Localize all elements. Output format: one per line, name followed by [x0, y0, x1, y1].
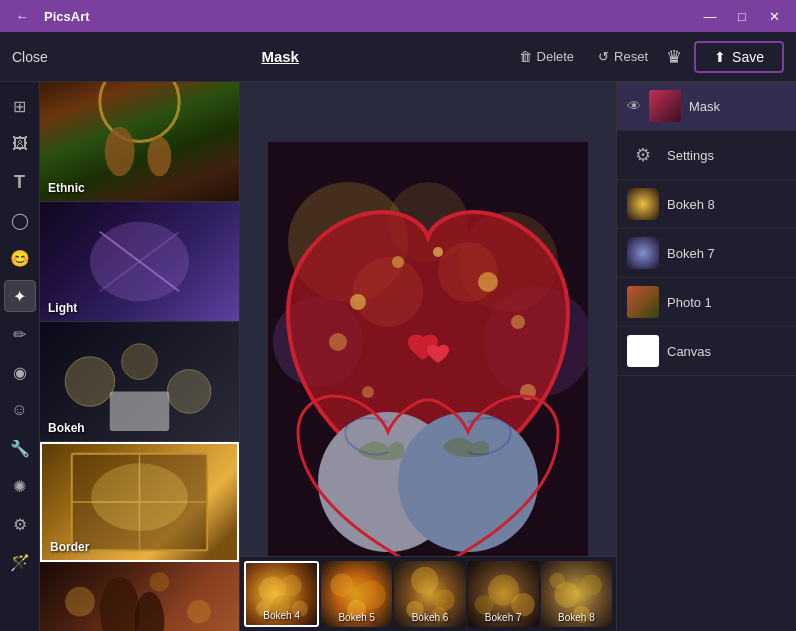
svg-point-14 — [100, 577, 140, 631]
gear-icon: ⚙ — [627, 139, 659, 171]
layer-item-bokeh8[interactable]: Bokeh 8 — [617, 180, 796, 229]
svg-point-15 — [135, 592, 165, 631]
toolbar: Close Mask 🗑 Delete ↺ Reset ♛ ⬆ Save — [0, 32, 796, 82]
left-panel: Ethnic Light — [40, 82, 240, 631]
layer-item-photo1[interactable]: Photo 1 — [617, 278, 796, 327]
title-bar-left: ← PicsArt — [8, 6, 90, 26]
svg-point-17 — [187, 600, 211, 624]
svg-point-55 — [549, 573, 565, 589]
list-item-label: Bokeh — [48, 421, 85, 435]
back-button[interactable]: ← — [8, 6, 36, 26]
svg-rect-9 — [110, 391, 170, 431]
svg-point-1 — [105, 127, 135, 177]
canvas-area: Bokeh 4 Bokeh 5 Bokeh 6 — [240, 82, 616, 631]
layer-name-bokeh7: Bokeh 7 — [667, 246, 786, 261]
svg-point-30 — [511, 315, 525, 329]
trash-icon: 🗑 — [519, 49, 532, 64]
bottom-strip: Bokeh 4 Bokeh 5 Bokeh 6 — [240, 556, 616, 631]
crown-icon: ♛ — [666, 46, 682, 68]
layer-thumbnail-bokeh8 — [627, 188, 659, 220]
svg-point-18 — [149, 572, 169, 592]
layer-item-mask[interactable]: 👁 Mask — [617, 82, 796, 131]
sidebar-icon-text[interactable]: T — [4, 166, 36, 198]
toolbar-actions: 🗑 Delete ↺ Reset ♛ ⬆ Save — [513, 41, 784, 73]
sidebar-icon-wand[interactable]: 🪄 — [4, 546, 36, 578]
svg-point-38 — [280, 575, 302, 597]
list-item[interactable]: Border — [40, 442, 239, 562]
window-controls: — □ ✕ — [696, 6, 788, 26]
svg-point-27 — [350, 294, 366, 310]
sidebar-icon-grid[interactable]: ⊞ — [4, 90, 36, 122]
sidebar-icon-tools[interactable]: 🔧 — [4, 432, 36, 464]
sidebar-icon-sparkle[interactable]: ✺ — [4, 470, 36, 502]
layer-name-photo1: Photo 1 — [667, 295, 786, 310]
strip-thumb-bokeh5[interactable]: Bokeh 5 — [321, 561, 392, 627]
layer-name-settings: Settings — [667, 148, 786, 163]
sidebar-icon-face[interactable]: ☺ — [4, 394, 36, 426]
strip-thumb-bokeh4[interactable]: Bokeh 4 — [244, 561, 319, 627]
strip-thumb-label: Bokeh 6 — [394, 612, 465, 623]
share-icon: ⬆ — [714, 49, 726, 65]
main-content: ⊞ 🖼 T ◯ 😊 ✦ ✏ ◉ ☺ 🔧 ✺ ⚙ 🪄 Ethnic — [0, 82, 796, 631]
svg-point-7 — [122, 344, 158, 380]
sidebar-icon-sticker[interactable]: 😊 — [4, 242, 36, 274]
layer-thumbnail-photo1 — [627, 286, 659, 318]
svg-point-28 — [392, 256, 404, 268]
toolbar-center: Mask — [245, 48, 315, 65]
sidebar-icon-color[interactable]: ◉ — [4, 356, 36, 388]
list-item[interactable]: Ethnic — [40, 82, 239, 202]
strip-thumb-bokeh7[interactable]: Bokeh 7 — [468, 561, 539, 627]
list-item-label: Ethnic — [48, 181, 85, 195]
delete-button[interactable]: 🗑 Delete — [513, 45, 581, 68]
svg-point-13 — [91, 463, 188, 531]
reset-button[interactable]: ↺ Reset — [592, 45, 654, 68]
strip-thumb-label: Bokeh 5 — [321, 612, 392, 623]
sidebar-icon-effects[interactable]: ✦ — [4, 280, 36, 312]
svg-point-2 — [147, 137, 171, 177]
list-item[interactable]: Bokeh Light — [40, 562, 239, 631]
mask-title: Mask — [245, 48, 315, 65]
toolbar-left: Close — [12, 49, 48, 65]
list-item-label: Border — [50, 540, 89, 554]
svg-point-33 — [362, 386, 374, 398]
layer-name-canvas: Canvas — [667, 344, 786, 359]
svg-point-42 — [331, 574, 354, 597]
layer-thumbnail-canvas — [627, 335, 659, 367]
svg-point-31 — [329, 333, 347, 351]
svg-point-32 — [433, 247, 443, 257]
strip-thumb-bokeh8[interactable]: Bokeh 8 — [541, 561, 612, 627]
svg-point-53 — [580, 575, 601, 596]
strip-thumb-label: Bokeh 4 — [246, 610, 317, 621]
maximize-button[interactable]: □ — [728, 6, 756, 26]
svg-point-29 — [478, 272, 498, 292]
sidebar-icon-draw[interactable]: ✏ — [4, 318, 36, 350]
svg-point-45 — [412, 567, 439, 594]
close-editor-button[interactable]: Close — [12, 49, 48, 65]
layer-item-bokeh7[interactable]: Bokeh 7 — [617, 229, 796, 278]
minimize-button[interactable]: — — [696, 6, 724, 26]
save-button[interactable]: ⬆ Save — [694, 41, 784, 73]
layer-thumbnail-mask — [649, 90, 681, 122]
layer-name-mask: Mask — [689, 99, 786, 114]
canvas-container — [268, 142, 588, 572]
layer-name-bokeh8: Bokeh 8 — [667, 197, 786, 212]
list-item[interactable]: Light — [40, 202, 239, 322]
sidebar-icon-shape[interactable]: ◯ — [4, 204, 36, 236]
sidebar-icon-image[interactable]: 🖼 — [4, 128, 36, 160]
close-button[interactable]: ✕ — [760, 6, 788, 26]
sidebar-icons: ⊞ 🖼 T ◯ 😊 ✦ ✏ ◉ ☺ 🔧 ✺ ⚙ 🪄 — [0, 82, 40, 631]
layer-item-settings[interactable]: ⚙ Settings — [617, 131, 796, 180]
svg-point-6 — [65, 357, 115, 407]
right-panel: 👁 Mask ⚙ Settings Bokeh 8 Bokeh 7 — [616, 82, 796, 631]
svg-point-16 — [65, 587, 95, 617]
strip-thumb-label: Bokeh 7 — [468, 612, 539, 623]
sidebar-icon-adjust[interactable]: ⚙ — [4, 508, 36, 540]
app-title: PicsArt — [44, 9, 90, 24]
list-item[interactable]: Bokeh — [40, 322, 239, 442]
eye-icon[interactable]: 👁 — [627, 98, 641, 114]
strip-thumb-bokeh6[interactable]: Bokeh 6 — [394, 561, 465, 627]
strip-thumb-label: Bokeh 8 — [541, 612, 612, 623]
layer-item-canvas[interactable]: Canvas — [617, 327, 796, 376]
reset-icon: ↺ — [598, 49, 609, 64]
layer-thumbnail-bokeh7 — [627, 237, 659, 269]
